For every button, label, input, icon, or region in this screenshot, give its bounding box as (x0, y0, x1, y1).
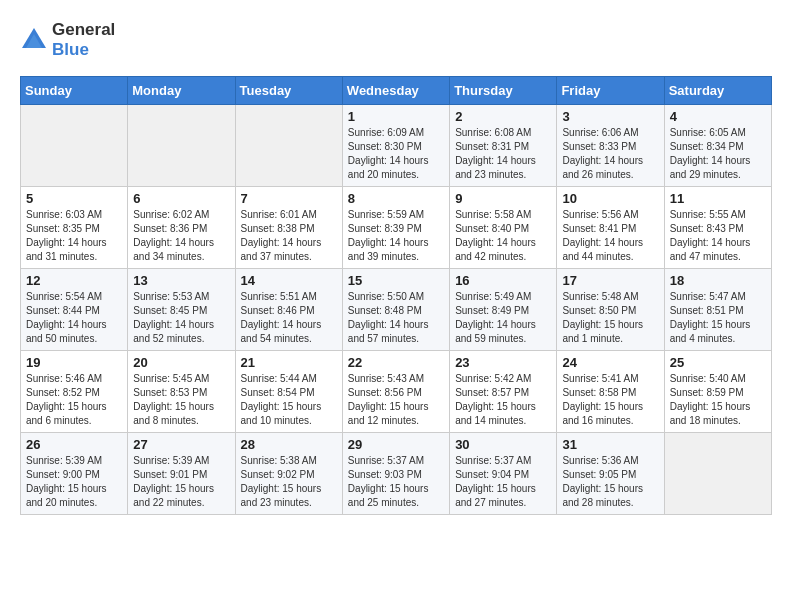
day-info: Sunrise: 6:01 AM Sunset: 8:38 PM Dayligh… (241, 208, 337, 264)
day-info: Sunrise: 5:56 AM Sunset: 8:41 PM Dayligh… (562, 208, 658, 264)
day-info: Sunrise: 6:03 AM Sunset: 8:35 PM Dayligh… (26, 208, 122, 264)
day-number: 15 (348, 273, 444, 288)
day-number: 25 (670, 355, 766, 370)
weekday-header: Wednesday (342, 77, 449, 105)
calendar-cell: 26Sunrise: 5:39 AM Sunset: 9:00 PM Dayli… (21, 433, 128, 515)
day-number: 14 (241, 273, 337, 288)
day-number: 2 (455, 109, 551, 124)
page-header: General Blue (20, 20, 772, 60)
calendar-cell: 1Sunrise: 6:09 AM Sunset: 8:30 PM Daylig… (342, 105, 449, 187)
calendar-header-row: SundayMondayTuesdayWednesdayThursdayFrid… (21, 77, 772, 105)
weekday-header: Monday (128, 77, 235, 105)
day-number: 19 (26, 355, 122, 370)
day-number: 20 (133, 355, 229, 370)
day-info: Sunrise: 5:49 AM Sunset: 8:49 PM Dayligh… (455, 290, 551, 346)
logo-icon (20, 26, 48, 54)
calendar-cell: 7Sunrise: 6:01 AM Sunset: 8:38 PM Daylig… (235, 187, 342, 269)
calendar-cell: 11Sunrise: 5:55 AM Sunset: 8:43 PM Dayli… (664, 187, 771, 269)
calendar-cell: 30Sunrise: 5:37 AM Sunset: 9:04 PM Dayli… (450, 433, 557, 515)
day-number: 21 (241, 355, 337, 370)
day-number: 16 (455, 273, 551, 288)
logo-text: General Blue (52, 20, 115, 60)
day-info: Sunrise: 5:55 AM Sunset: 8:43 PM Dayligh… (670, 208, 766, 264)
day-number: 6 (133, 191, 229, 206)
calendar-cell: 24Sunrise: 5:41 AM Sunset: 8:58 PM Dayli… (557, 351, 664, 433)
day-number: 11 (670, 191, 766, 206)
day-number: 18 (670, 273, 766, 288)
calendar-cell: 8Sunrise: 5:59 AM Sunset: 8:39 PM Daylig… (342, 187, 449, 269)
day-info: Sunrise: 5:58 AM Sunset: 8:40 PM Dayligh… (455, 208, 551, 264)
day-info: Sunrise: 5:42 AM Sunset: 8:57 PM Dayligh… (455, 372, 551, 428)
day-number: 5 (26, 191, 122, 206)
day-number: 4 (670, 109, 766, 124)
calendar-cell: 23Sunrise: 5:42 AM Sunset: 8:57 PM Dayli… (450, 351, 557, 433)
calendar-cell (235, 105, 342, 187)
calendar-week-row: 5Sunrise: 6:03 AM Sunset: 8:35 PM Daylig… (21, 187, 772, 269)
day-info: Sunrise: 6:08 AM Sunset: 8:31 PM Dayligh… (455, 126, 551, 182)
day-info: Sunrise: 6:02 AM Sunset: 8:36 PM Dayligh… (133, 208, 229, 264)
calendar-cell: 9Sunrise: 5:58 AM Sunset: 8:40 PM Daylig… (450, 187, 557, 269)
calendar-cell: 13Sunrise: 5:53 AM Sunset: 8:45 PM Dayli… (128, 269, 235, 351)
day-number: 29 (348, 437, 444, 452)
calendar-week-row: 26Sunrise: 5:39 AM Sunset: 9:00 PM Dayli… (21, 433, 772, 515)
day-info: Sunrise: 5:39 AM Sunset: 9:01 PM Dayligh… (133, 454, 229, 510)
day-info: Sunrise: 5:37 AM Sunset: 9:04 PM Dayligh… (455, 454, 551, 510)
day-number: 27 (133, 437, 229, 452)
day-number: 8 (348, 191, 444, 206)
calendar-cell: 22Sunrise: 5:43 AM Sunset: 8:56 PM Dayli… (342, 351, 449, 433)
calendar-cell: 28Sunrise: 5:38 AM Sunset: 9:02 PM Dayli… (235, 433, 342, 515)
day-info: Sunrise: 5:51 AM Sunset: 8:46 PM Dayligh… (241, 290, 337, 346)
day-info: Sunrise: 5:53 AM Sunset: 8:45 PM Dayligh… (133, 290, 229, 346)
weekday-header: Thursday (450, 77, 557, 105)
calendar-table: SundayMondayTuesdayWednesdayThursdayFrid… (20, 76, 772, 515)
day-number: 22 (348, 355, 444, 370)
calendar-cell: 19Sunrise: 5:46 AM Sunset: 8:52 PM Dayli… (21, 351, 128, 433)
day-number: 12 (26, 273, 122, 288)
calendar-cell: 18Sunrise: 5:47 AM Sunset: 8:51 PM Dayli… (664, 269, 771, 351)
calendar-cell (664, 433, 771, 515)
day-number: 28 (241, 437, 337, 452)
calendar-week-row: 1Sunrise: 6:09 AM Sunset: 8:30 PM Daylig… (21, 105, 772, 187)
day-number: 1 (348, 109, 444, 124)
day-number: 3 (562, 109, 658, 124)
calendar-cell: 10Sunrise: 5:56 AM Sunset: 8:41 PM Dayli… (557, 187, 664, 269)
weekday-header: Sunday (21, 77, 128, 105)
day-info: Sunrise: 6:09 AM Sunset: 8:30 PM Dayligh… (348, 126, 444, 182)
day-number: 23 (455, 355, 551, 370)
calendar-cell: 25Sunrise: 5:40 AM Sunset: 8:59 PM Dayli… (664, 351, 771, 433)
calendar-cell: 29Sunrise: 5:37 AM Sunset: 9:03 PM Dayli… (342, 433, 449, 515)
day-info: Sunrise: 5:46 AM Sunset: 8:52 PM Dayligh… (26, 372, 122, 428)
calendar-cell: 27Sunrise: 5:39 AM Sunset: 9:01 PM Dayli… (128, 433, 235, 515)
calendar-cell: 3Sunrise: 6:06 AM Sunset: 8:33 PM Daylig… (557, 105, 664, 187)
day-number: 30 (455, 437, 551, 452)
day-number: 7 (241, 191, 337, 206)
day-info: Sunrise: 5:48 AM Sunset: 8:50 PM Dayligh… (562, 290, 658, 346)
calendar-cell (128, 105, 235, 187)
day-info: Sunrise: 5:54 AM Sunset: 8:44 PM Dayligh… (26, 290, 122, 346)
day-number: 24 (562, 355, 658, 370)
calendar-cell: 2Sunrise: 6:08 AM Sunset: 8:31 PM Daylig… (450, 105, 557, 187)
day-info: Sunrise: 5:59 AM Sunset: 8:39 PM Dayligh… (348, 208, 444, 264)
day-info: Sunrise: 5:36 AM Sunset: 9:05 PM Dayligh… (562, 454, 658, 510)
weekday-header: Tuesday (235, 77, 342, 105)
day-info: Sunrise: 5:41 AM Sunset: 8:58 PM Dayligh… (562, 372, 658, 428)
calendar-cell: 16Sunrise: 5:49 AM Sunset: 8:49 PM Dayli… (450, 269, 557, 351)
calendar-cell: 5Sunrise: 6:03 AM Sunset: 8:35 PM Daylig… (21, 187, 128, 269)
calendar-cell: 14Sunrise: 5:51 AM Sunset: 8:46 PM Dayli… (235, 269, 342, 351)
day-info: Sunrise: 5:50 AM Sunset: 8:48 PM Dayligh… (348, 290, 444, 346)
day-info: Sunrise: 5:45 AM Sunset: 8:53 PM Dayligh… (133, 372, 229, 428)
calendar-cell (21, 105, 128, 187)
day-info: Sunrise: 5:43 AM Sunset: 8:56 PM Dayligh… (348, 372, 444, 428)
day-number: 31 (562, 437, 658, 452)
day-info: Sunrise: 5:47 AM Sunset: 8:51 PM Dayligh… (670, 290, 766, 346)
calendar-cell: 31Sunrise: 5:36 AM Sunset: 9:05 PM Dayli… (557, 433, 664, 515)
calendar-cell: 20Sunrise: 5:45 AM Sunset: 8:53 PM Dayli… (128, 351, 235, 433)
calendar-cell: 6Sunrise: 6:02 AM Sunset: 8:36 PM Daylig… (128, 187, 235, 269)
calendar-cell: 15Sunrise: 5:50 AM Sunset: 8:48 PM Dayli… (342, 269, 449, 351)
day-info: Sunrise: 6:05 AM Sunset: 8:34 PM Dayligh… (670, 126, 766, 182)
calendar-cell: 17Sunrise: 5:48 AM Sunset: 8:50 PM Dayli… (557, 269, 664, 351)
day-info: Sunrise: 5:40 AM Sunset: 8:59 PM Dayligh… (670, 372, 766, 428)
day-number: 10 (562, 191, 658, 206)
day-info: Sunrise: 5:38 AM Sunset: 9:02 PM Dayligh… (241, 454, 337, 510)
calendar-cell: 4Sunrise: 6:05 AM Sunset: 8:34 PM Daylig… (664, 105, 771, 187)
